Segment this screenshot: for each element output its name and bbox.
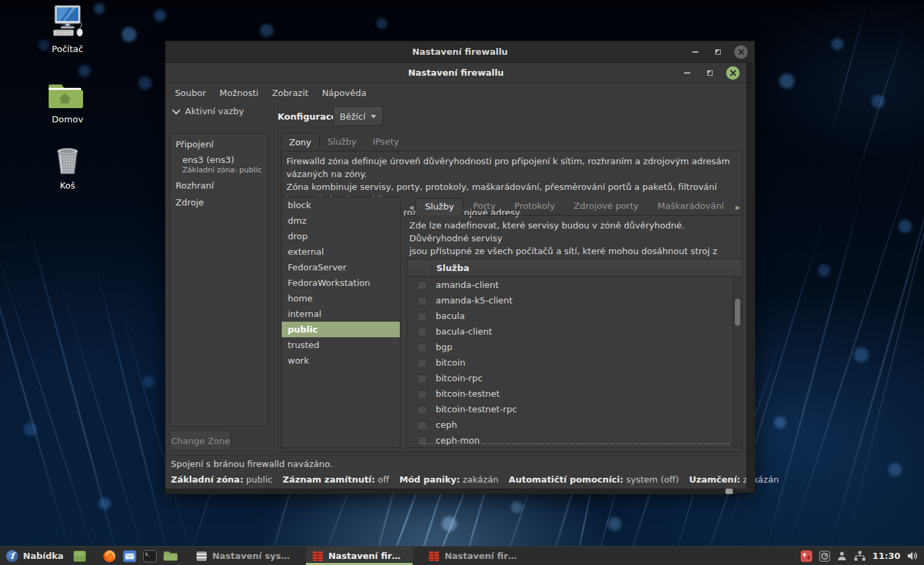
- taskbar-window-button[interactable]: Nastavení systé...: [190, 547, 297, 565]
- update-manager-icon[interactable]: [800, 550, 813, 562]
- show-desktop-icon[interactable]: [72, 549, 88, 564]
- zone-row[interactable]: internal: [282, 306, 400, 322]
- zone-settings-tab[interactable]: Protokoly: [505, 197, 565, 215]
- configuration-dropdown[interactable]: Běžící: [333, 106, 383, 126]
- zone-row[interactable]: public: [282, 322, 400, 337]
- main-tab-bar: Zony Služby IPsety: [281, 133, 407, 151]
- zone-row[interactable]: drop: [282, 228, 400, 244]
- menu-item[interactable]: Zobrazit: [265, 85, 315, 101]
- statusbar-fields: Základní zóna:public Záznam zamítnutí:of…: [165, 471, 746, 487]
- services-scrollbar-thumb[interactable]: [735, 299, 740, 326]
- interfaces-label[interactable]: Rozhraní: [170, 177, 267, 194]
- zone-settings-tab[interactable]: Maškarádování: [648, 197, 734, 215]
- main-tab[interactable]: Zony: [281, 133, 319, 152]
- change-zone-button[interactable]: Change Zone: [170, 431, 232, 451]
- minimize-icon: [692, 51, 698, 53]
- service-name: ceph: [436, 420, 457, 430]
- outer-horizontal-scrollbar[interactable]: [165, 489, 738, 494]
- service-checkbox[interactable]: [417, 312, 427, 321]
- service-row[interactable]: bacula: [407, 308, 733, 324]
- taskbar-window-button[interactable]: Nastavení firew...: [422, 547, 529, 565]
- tabs-scroll-left-button[interactable]: ◀: [407, 200, 415, 215]
- service-row[interactable]: bitcoin-testnet: [407, 386, 733, 401]
- service-row[interactable]: bacula-client: [407, 324, 733, 339]
- main-tab[interactable]: Služby: [319, 132, 365, 151]
- zone-row[interactable]: dmz: [282, 213, 400, 228]
- connections-label[interactable]: Připojení: [170, 138, 267, 151]
- display-settings-icon[interactable]: [819, 551, 830, 562]
- outer-scrollbar-thumb[interactable]: [725, 489, 733, 494]
- app-minimize-button[interactable]: [680, 66, 694, 80]
- status-field-value: public: [246, 474, 272, 485]
- service-name: bitcoin-rpc: [436, 373, 482, 383]
- desktop-icon-home[interactable]: Domov: [35, 81, 100, 124]
- service-checkbox[interactable]: [417, 389, 427, 399]
- service-checkbox[interactable]: [417, 358, 427, 368]
- zone-settings-tab[interactable]: Porty: [463, 197, 505, 215]
- firefox-icon[interactable]: [101, 549, 118, 564]
- menu-item[interactable]: Možnosti: [213, 85, 265, 101]
- menu-button[interactable]: f Nabídka: [0, 547, 70, 565]
- zone-settings-tab[interactable]: Zdrojové porty: [565, 197, 648, 215]
- services-scrollbar[interactable]: [733, 277, 742, 447]
- app-titlebar[interactable]: Nastavení firewallu: [165, 63, 746, 83]
- zone-row[interactable]: work: [282, 353, 400, 368]
- service-column-header[interactable]: Služba: [432, 260, 742, 276]
- clock[interactable]: 11:30: [873, 551, 900, 561]
- volume-icon[interactable]: [907, 551, 919, 561]
- service-checkbox[interactable]: [417, 327, 427, 337]
- desktop-icon-computer[interactable]: Počítač: [35, 4, 100, 54]
- services-table-header: Služba: [407, 260, 742, 277]
- zone-row[interactable]: trusted: [282, 337, 400, 353]
- sources-label[interactable]: Zdroje: [170, 194, 267, 211]
- service-row[interactable]: amanda-client: [407, 277, 733, 293]
- network-applet-icon[interactable]: [854, 551, 866, 561]
- services-table: Služba amanda-client: [407, 259, 742, 448]
- active-bindings-header[interactable]: Aktivní vazby: [172, 106, 244, 116]
- restore-icon: [715, 49, 721, 55]
- tabs-scroll-right-button[interactable]: ▶: [734, 200, 742, 215]
- zone-settings-tab[interactable]: Služby: [415, 198, 463, 216]
- app-close-button[interactable]: [726, 66, 740, 80]
- files-folder-icon[interactable]: [162, 549, 178, 564]
- zone-row[interactable]: home: [282, 291, 400, 306]
- service-row[interactable]: bitcoin: [407, 355, 733, 370]
- app-restore-button[interactable]: [703, 66, 717, 80]
- taskbar-window-button[interactable]: Nastavení firew...: [306, 547, 413, 565]
- service-row[interactable]: bitcoin-testnet-rpc: [407, 401, 733, 417]
- mail-icon[interactable]: [122, 549, 138, 564]
- connection-item[interactable]: ens3 (ens3): [170, 151, 267, 165]
- menu-item[interactable]: Nápověda: [315, 85, 374, 101]
- zone-row[interactable]: FedoraWorkstation: [282, 275, 400, 291]
- service-checkbox[interactable]: [417, 405, 427, 414]
- zone-row[interactable]: FedoraServer: [282, 260, 400, 275]
- service-row[interactable]: ceph: [407, 417, 733, 433]
- close-button[interactable]: [734, 45, 748, 59]
- minimize-button[interactable]: [688, 45, 702, 59]
- service-row[interactable]: ceph-mon: [407, 433, 733, 447]
- service-checkbox[interactable]: [417, 296, 427, 305]
- checkbox-column-header: [407, 260, 432, 276]
- terminal-icon[interactable]: $_: [142, 549, 158, 564]
- zone-row[interactable]: external: [282, 244, 400, 260]
- service-checkbox[interactable]: [417, 374, 427, 383]
- service-name: bgp: [436, 342, 453, 352]
- service-checkbox[interactable]: [417, 343, 427, 352]
- menu-item[interactable]: Soubor: [168, 85, 213, 101]
- service-row[interactable]: amanda-k5-client: [407, 293, 733, 308]
- service-row[interactable]: bitcoin-rpc: [407, 370, 733, 386]
- user-applet-icon[interactable]: [837, 551, 847, 561]
- status-field-label: Mód paniky:: [399, 474, 460, 485]
- outer-vertical-scrollbar[interactable]: [746, 63, 755, 489]
- service-checkbox[interactable]: [417, 420, 427, 430]
- restore-button[interactable]: [711, 45, 725, 59]
- service-row[interactable]: bgp: [407, 339, 733, 355]
- configuration-value: Běžící: [340, 112, 365, 122]
- zone-row[interactable]: block: [282, 197, 400, 213]
- svg-text:$_: $_: [145, 551, 151, 557]
- main-tab[interactable]: IPsety: [365, 132, 407, 151]
- outer-titlebar[interactable]: Nastavení firewallu: [165, 41, 754, 63]
- desktop-icon-trash[interactable]: Koš: [35, 146, 100, 191]
- service-checkbox[interactable]: [417, 280, 427, 290]
- status-field-label: Záznam zamítnutí:: [282, 474, 375, 485]
